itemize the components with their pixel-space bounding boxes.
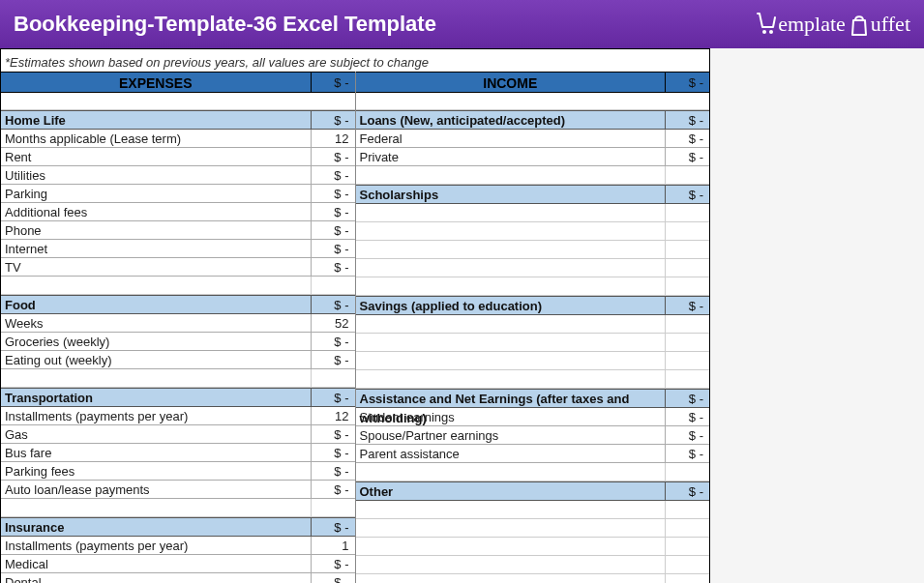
table-row (1, 277, 355, 295)
table-row (356, 204, 710, 222)
table-row (356, 222, 710, 241)
section-label: Food (1, 296, 311, 313)
section-home-life: Home Life $ - (1, 110, 355, 130)
table-row: TV$ - (1, 258, 355, 277)
logo-text-right: uffet (871, 12, 910, 37)
section-label: Loans (New, anticipated/accepted) (356, 111, 666, 129)
logo: emplate uffet (751, 11, 910, 38)
table-row (1, 499, 355, 517)
section-scholarships: Scholarships $ - (356, 185, 710, 204)
section-total[interactable]: $ - (665, 297, 709, 314)
section-food: Food $ - (1, 295, 355, 314)
table-row (356, 277, 710, 296)
table-row (356, 501, 710, 519)
logo-bag-icon (849, 11, 870, 38)
spacer (356, 93, 710, 110)
logo-cart-icon (754, 11, 777, 38)
svg-point-0 (762, 30, 766, 34)
table-row: Dental$ - (1, 573, 355, 583)
table-row (356, 519, 710, 538)
section-label: Other (356, 482, 666, 500)
table-row: Internet$ - (1, 240, 355, 258)
section-total[interactable]: $ - (665, 111, 709, 129)
page-title: Bookkeeping-Template-36 Excel Template (14, 12, 436, 37)
page-header: Bookkeeping-Template-36 Excel Template e… (0, 0, 924, 48)
income-header: INCOME $ - (356, 72, 710, 93)
section-insurance: Insurance $ - (1, 517, 355, 537)
section-total[interactable]: $ - (311, 111, 355, 129)
table-row (356, 315, 710, 334)
table-row: Weeks52 (1, 314, 355, 333)
table-row: Federal$ - (356, 130, 710, 148)
expenses-total[interactable]: $ - (311, 73, 355, 92)
section-assistance: Assistance and Net Earnings (after taxes… (356, 389, 710, 408)
section-label: Savings (applied to education) (356, 297, 666, 314)
table-row (356, 556, 710, 574)
table-row (356, 334, 710, 352)
table-row (356, 352, 710, 370)
table-row: Installments (payments per year)12 (1, 407, 355, 425)
table-row (356, 574, 710, 583)
expenses-column: EXPENSES $ - Home Life $ - Months applic… (1, 72, 356, 583)
table-row: Utilities$ - (1, 166, 355, 185)
table-row: Months applicable (Lease term)12 (1, 130, 355, 148)
section-label: Transportation (1, 389, 311, 406)
table-row: Parking$ - (1, 185, 355, 203)
section-other: Other $ - (356, 481, 710, 501)
table-row (356, 166, 710, 185)
section-savings: Savings (applied to education) $ - (356, 296, 710, 315)
section-loans: Loans (New, anticipated/accepted) $ - (356, 110, 710, 130)
table-row (356, 241, 710, 259)
table-row: Auto loan/lease payments$ - (1, 481, 355, 499)
table-row: Medical$ - (1, 555, 355, 573)
note-text: *Estimates shown based on previous years… (1, 49, 709, 72)
table-row: Installments (payments per year)1 (1, 537, 355, 555)
table-row: Rent$ - (1, 148, 355, 166)
spreadsheet: *Estimates shown based on previous years… (0, 48, 710, 583)
table-row (1, 369, 355, 388)
section-label: Scholarships (356, 186, 666, 203)
section-total[interactable]: $ - (665, 482, 709, 500)
table-row: Private$ - (356, 148, 710, 166)
section-label: Home Life (1, 111, 311, 129)
table-row: Parking fees$ - (1, 462, 355, 481)
expenses-header: EXPENSES $ - (1, 72, 355, 93)
expenses-title: EXPENSES (1, 73, 311, 92)
section-label: Assistance and Net Earnings (after taxes… (356, 390, 666, 407)
table-row: Groceries (weekly)$ - (1, 333, 355, 351)
table-row: Additional fees$ - (1, 203, 355, 221)
table-row: Spouse/Partner earnings$ - (356, 426, 710, 445)
table-row: Student earnings$ - (356, 408, 710, 426)
table-row (356, 370, 710, 389)
section-total[interactable]: $ - (311, 518, 355, 536)
table-row (356, 259, 710, 277)
section-total[interactable]: $ - (665, 186, 709, 203)
section-total[interactable]: $ - (311, 296, 355, 313)
table-row: Bus fare$ - (1, 444, 355, 462)
table-row: Phone$ - (1, 221, 355, 240)
section-total[interactable]: $ - (311, 389, 355, 406)
svg-point-1 (769, 30, 773, 34)
table-row (356, 538, 710, 556)
section-transportation: Transportation $ - (1, 388, 355, 407)
spacer (1, 93, 355, 110)
logo-text-left: emplate (778, 12, 846, 37)
income-column: INCOME $ - Loans (New, anticipated/accep… (356, 72, 710, 583)
income-title: INCOME (356, 73, 666, 92)
income-total[interactable]: $ - (665, 73, 709, 92)
table-row: Parent assistance$ - (356, 445, 710, 463)
table-row: Gas$ - (1, 425, 355, 444)
section-total[interactable]: $ - (665, 390, 709, 407)
table-row: Eating out (weekly)$ - (1, 351, 355, 369)
table-row (356, 463, 710, 481)
section-label: Insurance (1, 518, 311, 536)
